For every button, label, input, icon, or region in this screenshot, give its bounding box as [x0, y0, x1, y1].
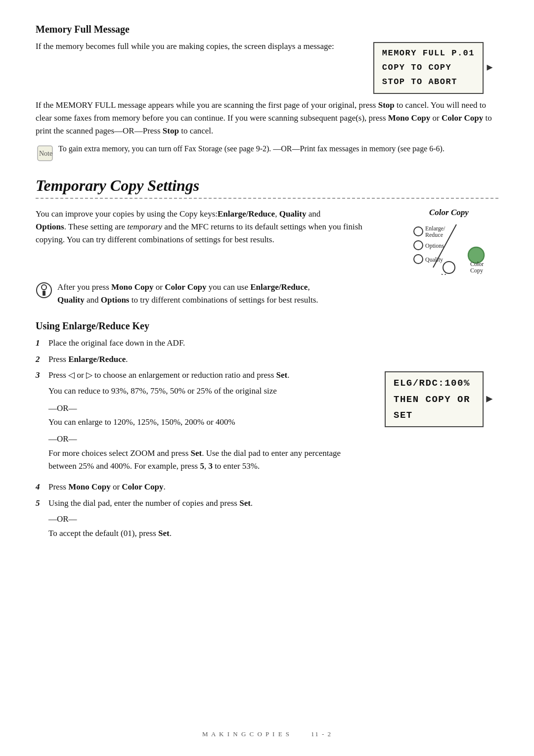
steps-list: 1 Place the original face down in the AD… — [36, 337, 369, 382]
elg-lcd-box: ELG/RDC:100% THEN COPY OR SET — [385, 371, 484, 427]
memory-full-note: Note To gain extra memory, you can turn … — [36, 143, 498, 163]
footer-text: M A K I N G C O P I E S — [202, 730, 290, 738]
tip-quality2: Quality — [57, 295, 85, 305]
panel-svg: Enlarge/ Reduce Options Quality Color Co… — [400, 221, 498, 275]
tc-p1-options: Options — [36, 222, 64, 231]
step4-color: Color Copy — [122, 482, 163, 491]
step4-suffix: . — [164, 482, 166, 491]
enlarge-right: ELG/RDC:100% THEN COPY OR SET — [385, 337, 498, 427]
steps-list-2: 4 Press Mono Copy or Color Copy. 5 Using… — [36, 481, 498, 510]
default-text: To accept the default (01), press — [48, 529, 158, 538]
lcd-line3: STOP TO ABORT — [382, 75, 475, 89]
zoom-3: 3 — [208, 461, 213, 471]
zoom-prefix: For more choices select ZOOM and press — [48, 448, 191, 458]
enlarge-reduce-section: Using Enlarge/Reduce Key 1 Place the ori… — [36, 320, 498, 539]
step-2: 2 Press Enlarge/Reduce. — [36, 353, 369, 366]
temp-copy-left: You can improve your copies by using the… — [36, 208, 388, 251]
tip-prefix: After you press — [57, 282, 111, 292]
step4-mono: Mono Copy — [68, 482, 110, 491]
footer-page: 11 - 2 — [311, 730, 332, 738]
step2-suffix: . — [126, 355, 128, 364]
tc-p1-mid: . These setting are — [64, 222, 128, 231]
memory-full-para1: If the memory becomes full while you are… — [36, 40, 357, 53]
step5-suffix: . — [251, 498, 253, 508]
tip-icon — [36, 282, 52, 299]
svg-rect-18 — [43, 291, 45, 296]
memory-full-left: If the memory becomes full while you are… — [36, 40, 357, 57]
memory-full-lcd: MEMORY FULL P.01 COPY TO COPY STOP TO AB… — [373, 42, 484, 94]
enlarge-left: 1 Place the original face down in the AD… — [36, 337, 369, 477]
step3-prefix: Press — [48, 370, 68, 380]
step-4-num: 4 — [36, 481, 44, 493]
step-5: 5 Using the dial pad, enter the number o… — [36, 497, 498, 510]
tc-p1-and: and — [306, 209, 320, 219]
temp-copy-section: Temporary Copy Settings You can improve … — [36, 177, 498, 307]
tip-color: Color Copy — [165, 282, 206, 292]
zoom-set: Set — [191, 448, 202, 458]
tip-comma: , — [308, 282, 310, 292]
tc-p1-prefix: You can improve your copies by using the… — [36, 209, 218, 219]
step3-mid: to choose an enlargement or reduction ra… — [92, 370, 276, 380]
para2-stop2: Stop — [163, 126, 179, 135]
step-3-text: Press ◁ or ▷ to choose an enlargement or… — [48, 369, 289, 382]
temp-copy-tip-text: After you press Mono Copy or Color Copy … — [57, 281, 318, 307]
default-para: To accept the default (01), press Set. — [48, 527, 498, 540]
section-divider — [36, 198, 498, 199]
temp-copy-title: Temporary Copy Settings — [36, 177, 498, 195]
tc-p1-temp: temporary — [127, 222, 162, 231]
svg-text:Quality: Quality — [425, 256, 443, 263]
tip-options2: Options — [101, 295, 130, 305]
tip-suffix: to try different combinations of setting… — [129, 295, 318, 305]
para2-stop: Stop — [378, 100, 395, 110]
zoom-5: 5 — [200, 461, 204, 471]
step-2-text: Press Enlarge/Reduce. — [48, 353, 128, 366]
step3-or: or — [75, 370, 86, 380]
note-icon: Note — [36, 144, 54, 163]
elg-lcd: ELG/RDC:100% THEN COPY OR SET — [385, 371, 484, 427]
step4-or: or — [111, 482, 122, 491]
tip-or: or — [154, 282, 165, 292]
para2-mono: Mono Copy — [388, 113, 430, 123]
para2-or: or — [430, 113, 442, 123]
step-1-text: Place the original face down in the ADF. — [48, 337, 185, 350]
step-2-num: 2 — [36, 353, 44, 366]
step3-arrow-right: ▷ — [86, 370, 92, 380]
step-5-num: 5 — [36, 497, 44, 510]
tip-and: and — [85, 295, 101, 305]
step-4-text: Press Mono Copy or Color Copy. — [48, 481, 166, 493]
elg-lcd-line2: THEN COPY OR SET — [394, 392, 475, 424]
panel-illustration: Color Copy Enlarge/ Reduce Options — [400, 208, 498, 275]
step3-arrow-left: ◁ — [68, 370, 75, 380]
memory-full-section: Memory Full Message If the memory become… — [36, 24, 498, 163]
step5-set: Set — [239, 498, 251, 508]
step-1: 1 Place the original face down in the AD… — [36, 337, 369, 350]
memory-full-right: MEMORY FULL P.01 COPY TO COPY STOP TO AB… — [373, 40, 498, 94]
page-footer: M A K I N G C O P I E S 11 - 2 — [0, 730, 534, 738]
step5-prefix: Using the dial pad, enter the number of … — [48, 498, 239, 508]
svg-text:Options: Options — [425, 242, 444, 249]
or1: —OR— — [48, 402, 369, 415]
default-set: Set — [158, 529, 170, 538]
lcd-line2: COPY TO COPY — [382, 61, 475, 75]
step3-set: Set — [276, 370, 288, 380]
tc-p1-quality: Quality — [279, 209, 307, 219]
memory-full-para2: If the MEMORY FULL message appears while… — [36, 99, 498, 138]
step4-prefix: Press — [48, 482, 68, 491]
step3-suffix: . — [287, 370, 289, 380]
step-5-text: Using the dial pad, enter the number of … — [48, 497, 253, 510]
tip-mid: you can use — [206, 282, 250, 292]
svg-point-13 — [443, 262, 455, 273]
tc-p1-enlarge: Enlarge/Reduce — [218, 209, 275, 219]
svg-text:Mono: Mono — [441, 272, 455, 275]
step-4: 4 Press Mono Copy or Color Copy. — [36, 481, 498, 493]
enlarge-reduce-title: Using Enlarge/Reduce Key — [36, 320, 498, 332]
para2-color: Color Copy — [442, 113, 483, 123]
default-end: . — [170, 529, 172, 538]
enlarge-layout: 1 Place the original face down in the AD… — [36, 337, 498, 477]
step2-prefix: Press — [48, 355, 68, 364]
svg-text:Reduce: Reduce — [425, 231, 443, 238]
svg-point-3 — [414, 227, 423, 236]
temp-copy-layout: You can improve your copies by using the… — [36, 208, 498, 275]
svg-point-6 — [414, 241, 423, 250]
svg-point-8 — [414, 255, 423, 264]
